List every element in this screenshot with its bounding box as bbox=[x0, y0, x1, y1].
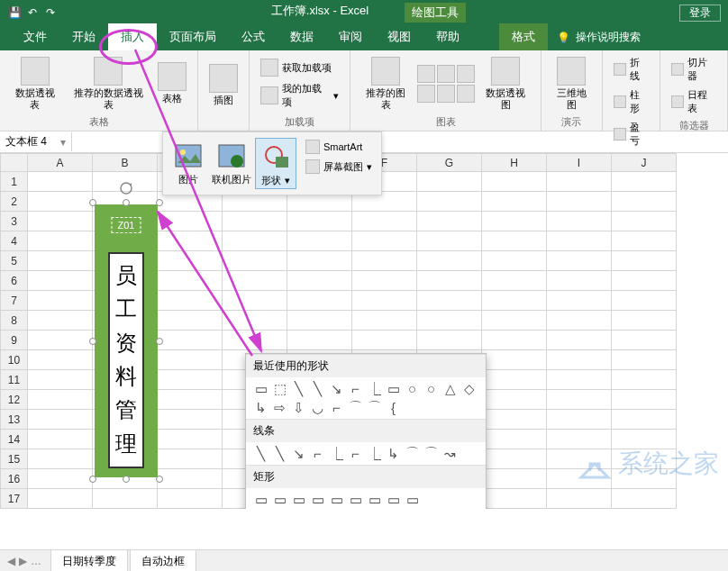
row-header[interactable]: 7 bbox=[1, 291, 28, 311]
tab-help[interactable]: 帮助 bbox=[423, 23, 472, 50]
cell[interactable] bbox=[28, 449, 93, 469]
cell[interactable] bbox=[482, 311, 547, 331]
recommended-pivot-button[interactable]: 推荐的数据透视表 bbox=[67, 55, 151, 113]
cell[interactable] bbox=[482, 212, 547, 231]
cell[interactable] bbox=[547, 331, 612, 350]
shape-option[interactable]: ⌐ bbox=[346, 379, 365, 398]
cell[interactable] bbox=[612, 410, 677, 430]
tab-layout[interactable]: 页面布局 bbox=[157, 23, 229, 50]
slicer-button[interactable]: 切片器 bbox=[668, 54, 720, 85]
pivot-table-button[interactable]: 数据透视表 bbox=[7, 55, 63, 113]
cell[interactable] bbox=[223, 311, 287, 331]
cell[interactable] bbox=[28, 410, 93, 430]
cell[interactable] bbox=[287, 271, 352, 291]
undo-icon[interactable]: ↶ bbox=[25, 5, 40, 20]
sparkline-winloss-button[interactable]: 盈亏 bbox=[610, 119, 652, 150]
column-header[interactable]: A bbox=[28, 154, 93, 172]
tell-me-search[interactable]: 💡 操作说明搜索 bbox=[548, 24, 650, 50]
row-header[interactable]: 14 bbox=[1, 430, 28, 449]
cell[interactable] bbox=[417, 231, 482, 251]
cell[interactable] bbox=[482, 251, 547, 271]
cell[interactable] bbox=[612, 212, 677, 231]
shape-option[interactable]: ○ bbox=[403, 379, 422, 398]
shape-option[interactable]: ╲ bbox=[270, 444, 289, 463]
cell[interactable] bbox=[482, 390, 547, 410]
row-header[interactable]: 13 bbox=[1, 410, 28, 430]
row-header[interactable]: 10 bbox=[1, 350, 28, 370]
cell[interactable] bbox=[482, 410, 547, 430]
selected-shape[interactable]: Z01 员 工 资 料 管 理 bbox=[95, 204, 158, 477]
redo-icon[interactable]: ↷ bbox=[43, 5, 58, 20]
recommended-charts-button[interactable]: 推荐的图表 bbox=[358, 55, 413, 113]
shape-option[interactable]: ↝ bbox=[441, 444, 460, 463]
cell[interactable] bbox=[482, 449, 547, 469]
shape-option[interactable]: ▭ bbox=[270, 490, 289, 509]
cell[interactable] bbox=[547, 231, 612, 251]
table-button[interactable]: 表格 bbox=[154, 60, 190, 106]
shape-option[interactable]: ◇ bbox=[460, 379, 478, 398]
cell[interactable] bbox=[223, 271, 287, 291]
picture-button[interactable]: 图片 bbox=[168, 138, 208, 189]
cell[interactable] bbox=[547, 212, 612, 231]
cell[interactable] bbox=[482, 350, 547, 370]
cell[interactable] bbox=[158, 370, 223, 390]
cell[interactable] bbox=[417, 212, 482, 231]
cell[interactable] bbox=[482, 231, 547, 251]
cell[interactable] bbox=[223, 231, 287, 251]
cell[interactable] bbox=[28, 350, 93, 370]
row-header[interactable]: 6 bbox=[1, 271, 28, 291]
shape-option[interactable]: ╲ bbox=[251, 444, 270, 463]
cell[interactable] bbox=[482, 271, 547, 291]
cell[interactable] bbox=[612, 251, 677, 271]
row-header[interactable]: 11 bbox=[1, 370, 28, 390]
cell[interactable] bbox=[158, 410, 223, 430]
row-header[interactable]: 2 bbox=[1, 192, 28, 212]
cell[interactable] bbox=[93, 489, 158, 509]
row-header[interactable]: 15 bbox=[1, 449, 28, 469]
cell[interactable] bbox=[28, 271, 93, 291]
tab-file[interactable]: 文件 bbox=[11, 23, 59, 50]
cell[interactable] bbox=[287, 231, 352, 251]
rotate-handle[interactable] bbox=[119, 181, 133, 195]
column-header[interactable]: J bbox=[612, 154, 677, 172]
shape-option[interactable]: ▭ bbox=[327, 490, 346, 509]
chart-type-icon[interactable] bbox=[457, 85, 475, 103]
cell[interactable] bbox=[28, 370, 93, 390]
cell[interactable] bbox=[547, 370, 612, 390]
pivot-chart-button[interactable]: 数据透视图 bbox=[478, 55, 533, 113]
tab-view[interactable]: 视图 bbox=[375, 23, 423, 50]
chart-type-icon[interactable] bbox=[437, 85, 455, 103]
chart-type-icon[interactable] bbox=[457, 65, 475, 83]
get-addins-button[interactable]: 获取加载项 bbox=[257, 57, 342, 78]
row-header[interactable]: 16 bbox=[1, 469, 28, 489]
cell[interactable] bbox=[158, 331, 223, 350]
cell[interactable] bbox=[482, 331, 547, 350]
column-header[interactable]: I bbox=[547, 154, 612, 172]
cell[interactable] bbox=[612, 331, 677, 350]
tab-formula[interactable]: 公式 bbox=[229, 23, 278, 50]
cell[interactable] bbox=[158, 271, 223, 291]
shape-option[interactable]: ⌒ bbox=[365, 398, 384, 417]
cell[interactable] bbox=[417, 311, 482, 331]
cell[interactable] bbox=[547, 390, 612, 410]
row-header[interactable]: 1 bbox=[1, 172, 28, 192]
cell[interactable] bbox=[352, 212, 417, 231]
cell[interactable] bbox=[352, 231, 417, 251]
cell[interactable] bbox=[287, 311, 352, 331]
cell[interactable] bbox=[158, 350, 223, 370]
cell[interactable] bbox=[352, 251, 417, 271]
shape-option[interactable]: ▭ bbox=[308, 490, 327, 509]
cell[interactable] bbox=[28, 311, 93, 331]
cell[interactable] bbox=[28, 331, 93, 350]
shape-option[interactable]: ○ bbox=[422, 379, 441, 398]
shape-option[interactable]: ⌒ bbox=[403, 444, 422, 463]
cell[interactable] bbox=[28, 390, 93, 410]
cell[interactable] bbox=[352, 291, 417, 311]
cell[interactable] bbox=[287, 212, 352, 231]
cell[interactable] bbox=[28, 192, 93, 212]
column-header[interactable]: H bbox=[482, 154, 547, 172]
shape-option[interactable]: ▭ bbox=[346, 490, 365, 509]
row-header[interactable]: 3 bbox=[1, 212, 28, 231]
cell[interactable] bbox=[158, 212, 223, 231]
shape-option[interactable]: ↘ bbox=[289, 444, 308, 463]
